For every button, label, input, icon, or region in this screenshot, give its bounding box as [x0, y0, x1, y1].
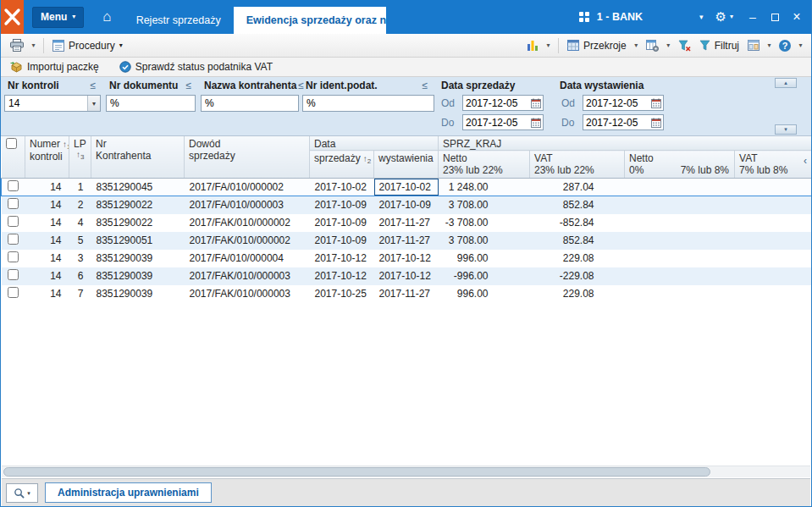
home-icon[interactable]: ⌂	[102, 8, 111, 25]
table-row[interactable]: 14 1 8351290045 2017/FA/010/000002 2017-…	[2, 179, 812, 196]
table-row[interactable]: 14 5 8351290051 2017/FAK/010/000002 2017…	[2, 232, 812, 250]
column-header-netto-0-7[interactable]: Netto 0%7% lub 8%	[625, 151, 735, 179]
data-wystawienia-od-field[interactable]	[583, 95, 664, 111]
data-sprzedazy-od-input[interactable]	[463, 97, 529, 109]
panel-scroll-down-button[interactable]: ▾	[775, 124, 797, 135]
cell-netto-0-7	[625, 179, 735, 196]
tab-rejestr-sprzedazy[interactable]: Rejestr sprzedaży	[124, 7, 234, 34]
menu-button[interactable]: Menu ▾	[32, 7, 84, 28]
cell-nr-kontrahenta: 8351290022	[91, 196, 185, 214]
column-header-vat-23[interactable]: VAT 23% lub 22%	[530, 151, 625, 179]
maximize-icon	[771, 14, 779, 21]
cell-netto-23: 3 708.00	[439, 196, 530, 214]
row-checkbox[interactable]	[8, 216, 19, 227]
vat-status-button[interactable]: Sprawdź status podatnika VAT	[115, 57, 277, 77]
horizontal-scrollbar[interactable]	[2, 466, 810, 477]
cell-vat-7	[735, 214, 812, 232]
view-settings-button[interactable]	[642, 36, 663, 56]
row-checkbox[interactable]	[8, 198, 19, 209]
cell-vat-23: 852.84	[530, 232, 625, 250]
zoom-selector-button[interactable]: ▾	[6, 483, 38, 503]
filter-operator-button[interactable]: ≤	[296, 80, 306, 91]
table-row[interactable]: 14 3 8351290039 2017/FA/010/000004 2017-…	[2, 250, 812, 267]
clear-filter-button[interactable]	[674, 36, 695, 56]
row-checkbox-cell	[2, 196, 25, 214]
cell-dowod-sprzedazy: 2017/FAK/010/000003	[185, 267, 310, 285]
data-wystawienia-do-field[interactable]	[583, 114, 664, 130]
layout-button[interactable]	[743, 36, 764, 56]
app-logo-icon[interactable]	[1, 0, 24, 34]
select-all-checkbox[interactable]	[6, 138, 17, 149]
print-button[interactable]	[6, 36, 28, 56]
row-checkbox[interactable]	[8, 234, 19, 245]
cell-numer-kontroli: 14	[25, 267, 69, 285]
scrollbar-thumb[interactable]	[3, 467, 710, 477]
procedury-button[interactable]: Procedury ▾	[48, 36, 127, 56]
cell-vat-23: -229.08	[530, 267, 625, 285]
data-wystawienia-do-input[interactable]	[583, 117, 649, 129]
calendar-icon[interactable]	[529, 96, 543, 110]
nr-kontroli-combo[interactable]: ▾	[4, 95, 101, 112]
help-button[interactable]: ?	[775, 36, 795, 56]
select-all-cell[interactable]	[2, 136, 25, 179]
column-header-nr-kontrahenta[interactable]: Nr Kontrahenta	[91, 136, 185, 179]
table-row[interactable]: 14 4 8351290022 2017/FAK/010/000002 2017…	[2, 214, 812, 232]
print-dropdown-button[interactable]: ▾	[28, 36, 39, 56]
filter-operator-button[interactable]: ≤	[420, 80, 429, 91]
help-dropdown-button[interactable]: ▾	[795, 36, 806, 56]
layout-dropdown-button[interactable]: ▾	[764, 36, 775, 56]
chart-button[interactable]	[522, 36, 543, 56]
calendar-icon[interactable]	[529, 115, 543, 130]
nr-dokumentu-input[interactable]	[106, 95, 196, 112]
column-header-numer-kontroli[interactable]: Numer↑1 kontroli	[25, 136, 69, 179]
row-checkbox-cell	[2, 214, 25, 232]
menu-label: Menu	[41, 11, 67, 23]
tab-ewidencja-sprzedazy[interactable]: Ewidencja sprzedaży oraz n...	[234, 7, 386, 34]
company-selector[interactable]: 1 - BANK ▾	[579, 11, 704, 23]
cell-data-wystawienia: 2017-10-09	[374, 196, 439, 214]
filter-button[interactable]: Filtruj	[695, 36, 743, 56]
tab-administracja-uprawnieniami[interactable]: Administracja uprawnieniami	[45, 482, 212, 503]
view-settings-dropdown-button[interactable]: ▾	[663, 36, 674, 56]
calendar-icon[interactable]	[649, 96, 663, 110]
column-label: sprzedaży	[189, 150, 309, 162]
import-package-button[interactable]: Importuj paczkę	[6, 57, 103, 77]
column-header-lp[interactable]: LP ↑3	[69, 136, 91, 179]
nr-kontroli-input[interactable]	[5, 96, 87, 111]
data-sprzedazy-od-field[interactable]	[462, 95, 544, 111]
nazwa-kontrahenta-input[interactable]	[201, 95, 299, 112]
chart-dropdown-button[interactable]: ▾	[543, 36, 554, 56]
table-row[interactable]: 14 7 8351290039 2017/FAK/010/000003 2017…	[2, 285, 812, 303]
filter-operator-button[interactable]: ≤	[184, 80, 193, 91]
settings-button[interactable]: ⚙ ▾	[715, 9, 733, 25]
column-label: 23% lub 22%	[443, 164, 529, 176]
chevron-down-icon[interactable]: ▾	[87, 96, 100, 111]
row-checkbox[interactable]	[8, 269, 19, 280]
table-header: Numer↑1 kontroli LP ↑3 Nr Kontrahenta Do…	[2, 136, 812, 179]
column-header-data-sprzedazy[interactable]: sprzedaży↑2	[310, 151, 374, 179]
row-checkbox[interactable]	[8, 251, 19, 262]
column-header-data-wystawienia[interactable]: wystawienia	[374, 151, 439, 179]
close-button[interactable]: ×	[786, 6, 808, 28]
data-sprzedazy-do-field[interactable]	[462, 114, 544, 130]
data-sprzedazy-do-input[interactable]	[463, 117, 529, 129]
column-header-netto-23[interactable]: Netto 23% lub 22%	[439, 151, 530, 179]
row-checkbox[interactable]	[8, 287, 19, 298]
maximize-button[interactable]	[764, 6, 786, 28]
collapse-columns-button[interactable]: ‹	[800, 154, 810, 168]
do-label: Do	[441, 117, 454, 129]
column-header-dowod-sprzedazy[interactable]: Dowód sprzedaży	[185, 136, 310, 179]
calendar-icon[interactable]	[649, 115, 663, 130]
przekroje-dropdown-button[interactable]: ▾	[631, 36, 642, 56]
data-wystawienia-od-input[interactable]	[583, 97, 649, 109]
przekroje-button[interactable]: Przekroje	[563, 36, 631, 56]
cell-nr-kontrahenta: 8351290045	[91, 179, 185, 196]
minimize-button[interactable]: –	[742, 6, 764, 28]
table-row[interactable]: 14 2 8351290022 2017/FA/010/000003 2017-…	[2, 196, 812, 214]
filter-operator-button[interactable]: ≤	[88, 80, 97, 91]
row-checkbox[interactable]	[8, 180, 19, 191]
table-row[interactable]: 14 6 8351290039 2017/FAK/010/000003 2017…	[2, 267, 812, 285]
filter-label: Nr ident.podat.	[306, 80, 378, 91]
panel-scroll-up-button[interactable]: ▴	[775, 78, 797, 88]
nr-ident-input[interactable]	[302, 95, 434, 112]
